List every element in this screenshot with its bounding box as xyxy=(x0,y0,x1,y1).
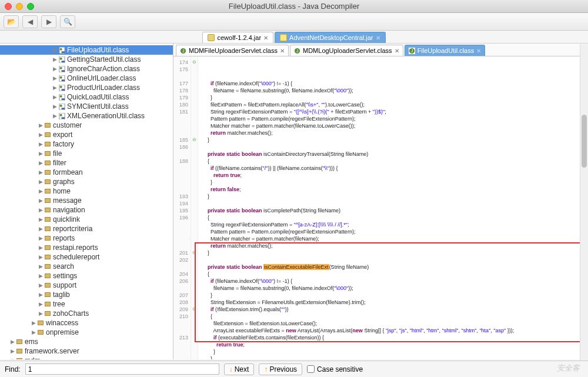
close-icon[interactable]: ✕ xyxy=(395,48,399,54)
svg-rect-23 xyxy=(61,117,65,119)
jar-tab[interactable]: AdventNetDesktopCentral.jar✕ xyxy=(275,32,385,43)
tree-item[interactable]: ▶home xyxy=(0,186,173,196)
tree-item[interactable]: ▶OnlineUrlLoader.class xyxy=(0,74,173,83)
package-icon xyxy=(45,264,51,269)
tree-item[interactable]: ▶framework.server xyxy=(0,346,173,356)
tree-item[interactable]: ▶navigation xyxy=(0,205,173,215)
tree-item[interactable]: ▶zohoCharts xyxy=(0,309,173,318)
tree-item[interactable]: ▶XMLGenerationUtil.class xyxy=(0,111,173,121)
tree-item[interactable]: ▶reportcriteria xyxy=(0,224,173,233)
minimize-icon[interactable] xyxy=(16,3,23,10)
tree-item[interactable]: ▶GettingStartedUtil.class xyxy=(0,55,173,64)
open-button[interactable]: 📂 xyxy=(4,15,19,28)
svg-rect-2 xyxy=(61,51,65,53)
package-tree[interactable]: ▶FileUploadUtil.class▶GettingStartedUtil… xyxy=(0,44,173,359)
package-icon xyxy=(45,292,51,297)
main-toolbar: 📂 ◀ ▶ 🔍 xyxy=(0,13,588,31)
close-icon[interactable]: ✕ xyxy=(476,48,481,54)
fold-column[interactable]: ⊖⊖⊖⊖⊖ xyxy=(191,56,198,359)
vertical-scrollbar[interactable] xyxy=(580,44,588,361)
forward-button[interactable]: ▶ xyxy=(41,15,56,28)
line-gutter: 174175 177178179180181 185186 188 193194… xyxy=(173,56,191,359)
tree-item[interactable]: ▶FileUploadUtil.class xyxy=(0,45,173,55)
svg-point-10 xyxy=(59,76,62,78)
svg-rect-11 xyxy=(61,79,65,81)
case-sensitive-checkbox[interactable]: Case sensitive xyxy=(307,365,363,373)
tree-item[interactable]: ▶quicklink xyxy=(0,215,173,224)
package-icon xyxy=(38,321,44,325)
package-icon xyxy=(45,123,51,128)
code-editor[interactable]: 174175 177178179180181 185186 188 193194… xyxy=(173,56,588,359)
package-icon xyxy=(45,302,51,306)
find-input[interactable] xyxy=(25,363,219,375)
svg-point-22 xyxy=(59,114,62,116)
package-icon xyxy=(45,208,51,212)
tree-item[interactable]: ▶message xyxy=(0,196,173,205)
find-prev-button[interactable]: ↑Previous xyxy=(259,363,302,375)
tree-item[interactable]: ▶QuickLoadUtil.class xyxy=(0,92,173,102)
tree-item[interactable]: ▶factory xyxy=(0,139,173,149)
file-tabs: JMDMFileUploaderServlet.class✕JMDMLogUpl… xyxy=(173,44,588,56)
window-title: FileUploadUtil.class - Java Decompiler xyxy=(229,2,360,11)
tree-item[interactable]: ▶settings xyxy=(0,271,173,281)
svg-rect-17 xyxy=(61,98,65,100)
tree-item[interactable]: ▶customer xyxy=(0,121,173,130)
svg-text:J: J xyxy=(410,48,413,54)
tree-item[interactable]: ▶onpremise xyxy=(0,328,173,337)
file-tab[interactable]: JMDMFileUploaderServlet.class✕ xyxy=(176,45,289,56)
tree-item[interactable]: ▶taglib xyxy=(0,290,173,299)
close-icon[interactable] xyxy=(5,3,12,10)
package-icon xyxy=(38,330,44,335)
tree-item[interactable]: ▶filter xyxy=(0,158,173,168)
package-icon xyxy=(45,236,51,241)
tree-item[interactable]: ▶file xyxy=(0,149,173,158)
package-icon xyxy=(16,349,22,353)
svg-rect-8 xyxy=(61,70,65,72)
tree-item[interactable]: ▶tree xyxy=(0,299,173,309)
package-icon xyxy=(45,283,51,288)
tree-item[interactable]: ▶export xyxy=(0,130,173,139)
svg-rect-20 xyxy=(61,108,65,109)
search-button[interactable]: 🔍 xyxy=(60,15,75,28)
tree-item[interactable]: ▶formbean xyxy=(0,168,173,177)
tree-item[interactable]: ▶search xyxy=(0,262,173,271)
tree-item[interactable]: ▶support xyxy=(0,281,173,290)
close-icon[interactable]: ✕ xyxy=(376,35,380,41)
back-button[interactable]: ◀ xyxy=(22,15,38,28)
file-tab[interactable]: JMDMLogUploaderServlet.class✕ xyxy=(290,45,403,56)
tree-item[interactable]: ▶IgnoreCharAction.class xyxy=(0,64,173,74)
jar-icon xyxy=(280,34,287,41)
package-icon xyxy=(45,179,51,184)
package-icon xyxy=(45,255,51,259)
tree-item[interactable]: ▼mdm xyxy=(0,356,173,359)
jar-tab[interactable]: cewolf-1.2.4.jar✕ xyxy=(202,32,273,43)
zoom-icon[interactable] xyxy=(27,3,34,10)
tree-item[interactable]: ▶graphs xyxy=(0,177,173,186)
package-icon xyxy=(45,170,51,175)
tree-item[interactable]: ▶ems xyxy=(0,337,173,346)
close-icon[interactable]: ✕ xyxy=(280,48,285,54)
tree-item[interactable]: ▶restapi.reports xyxy=(0,243,173,252)
package-icon xyxy=(45,198,51,203)
package-icon xyxy=(16,339,22,344)
svg-text:J: J xyxy=(296,48,299,54)
svg-text:J: J xyxy=(182,48,185,54)
tree-item[interactable]: ▶ProductUrlLoader.class xyxy=(0,83,173,92)
package-icon xyxy=(45,142,51,146)
package-icon xyxy=(16,358,22,359)
tree-item[interactable]: ▶schedulereport xyxy=(0,252,173,262)
svg-rect-14 xyxy=(61,89,65,91)
tree-item[interactable]: ▶winaccess xyxy=(0,318,173,328)
svg-rect-5 xyxy=(61,61,65,62)
close-icon[interactable]: ✕ xyxy=(263,35,268,41)
tree-item[interactable]: ▶reports xyxy=(0,233,173,243)
jar-tabs: cewolf-1.2.4.jar✕AdventNetDesktopCentral… xyxy=(0,31,588,44)
tree-item[interactable]: ▶SYMClientUtil.class xyxy=(0,102,173,111)
package-icon xyxy=(45,226,51,231)
package-icon xyxy=(45,151,51,156)
svg-point-13 xyxy=(59,85,62,88)
package-icon xyxy=(45,161,51,165)
source-code[interactable]: if (fileName.indexOf("\000") != -1) { fi… xyxy=(198,56,588,359)
find-next-button[interactable]: ↓Next xyxy=(224,363,255,375)
file-tab[interactable]: JFileUploadUtil.class✕ xyxy=(405,45,486,56)
